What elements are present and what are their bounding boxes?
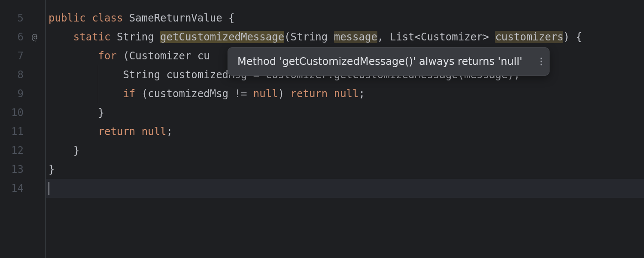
code-line[interactable]: static String getCustomizedMessage(Strin… [46,28,644,46]
code-line[interactable]: return null; [46,122,644,141]
line-number: 10 [0,103,45,122]
code-token: class [92,12,129,24]
code-token: String [291,31,334,43]
indent-guide [98,84,98,103]
inspection-tooltip-text: Method 'getCustomizedMessage()' always r… [237,55,522,68]
line-number: 6@ [0,28,45,46]
code-token: ( [123,50,129,62]
code-line[interactable]: } [46,103,644,122]
line-number: 8 [0,65,45,84]
code-token: String [117,31,160,43]
inspection-tooltip[interactable]: Method 'getCustomizedMessage()' always r… [228,47,550,76]
code-editor[interactable]: 56@7891011121314 public class SameReturn… [0,0,644,258]
code-line[interactable]: if (customizedMsg != null) return null; [46,84,644,103]
code-token: message [334,31,377,43]
line-number-gutter: 56@7891011121314 [0,0,45,258]
code-token: (customizedMsg != [142,88,253,100]
code-token: } [49,163,55,175]
more-actions-icon[interactable] [541,58,542,65]
code-line[interactable] [46,179,644,198]
code-token: public [49,12,92,24]
code-line[interactable]: public class SameReturnValue { [46,9,644,28]
code-token: customizers [495,31,563,43]
code-area[interactable]: public class SameReturnValue { static St… [45,0,644,258]
line-number: 5 [0,9,45,28]
code-token: } [73,144,79,157]
code-token: ; [167,126,173,138]
code-token: ) { [563,31,582,43]
line-number: 9 [0,84,45,103]
text-caret [49,182,49,195]
code-token: return [291,88,334,100]
line-number: 14 [0,179,45,198]
code-token: for [98,50,123,62]
line-number: 7 [0,46,45,65]
code-token: null [253,88,278,100]
code-token: null [334,88,359,100]
code-token: Customizer cu [129,50,210,62]
code-line[interactable]: } [46,160,644,179]
line-number: 12 [0,141,45,160]
code-token: ( [284,31,290,43]
line-number: 11 [0,122,45,141]
code-token: List<Customizer> [390,31,495,43]
code-token: { [228,12,234,24]
code-token: ) [278,88,291,100]
code-token: return [98,126,142,138]
indent-guide [98,65,98,84]
inspection-gutter-icon[interactable]: @ [32,28,37,46]
code-token: null [142,126,167,138]
code-token: , [377,31,390,43]
code-token: ; [359,88,365,100]
code-token: SameReturnValue [129,12,228,24]
code-line[interactable]: } [46,141,644,160]
line-number: 13 [0,160,45,179]
code-token: getCustomizedMessage [160,31,284,43]
code-token: if [123,88,141,100]
code-token: static [73,31,117,43]
code-token: } [98,107,104,119]
